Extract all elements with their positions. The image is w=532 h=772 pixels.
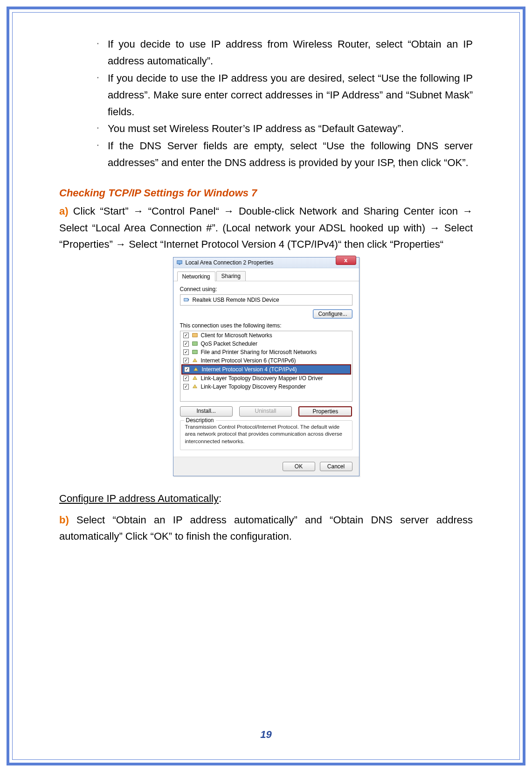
qos-icon xyxy=(192,341,198,347)
page-number: 19 xyxy=(59,729,473,741)
item-text: Link-Layer Topology Discovery Mapper I/O… xyxy=(201,375,323,382)
bullet-list: ‧ If you decide to use IP address from W… xyxy=(97,36,473,171)
bullet-icon: ‧ xyxy=(97,37,99,70)
list-item[interactable]: ✓ Link-Layer Topology Discovery Responde… xyxy=(180,383,352,391)
protocol-icon xyxy=(192,375,198,382)
uninstall-button: Uninstall xyxy=(239,406,292,417)
protocol-icon xyxy=(192,357,198,364)
list-item: ‧ If you decide to use IP address from W… xyxy=(97,36,473,70)
bullet-icon: ‧ xyxy=(97,122,99,137)
checkbox-icon[interactable]: ✓ xyxy=(183,358,189,363)
svg-rect-0 xyxy=(177,261,182,264)
client-icon xyxy=(192,332,198,339)
list-item[interactable]: ✓ QoS Packet Scheduler xyxy=(180,340,352,348)
checkbox-icon[interactable]: ✓ xyxy=(183,384,189,389)
list-item[interactable]: ✓ Link-Layer Topology Discovery Mapper I… xyxy=(180,374,352,383)
item-text: Internet Protocol Version 4 (TCP/IPv4) xyxy=(202,366,297,373)
share-icon xyxy=(192,349,198,355)
description-group: Description Transmission Control Protoco… xyxy=(180,420,352,451)
checkbox-icon[interactable]: ✓ xyxy=(184,367,190,372)
svg-rect-6 xyxy=(192,350,197,354)
list-item-selected[interactable]: ✓ Internet Protocol Version 4 (TCP/IPv4) xyxy=(181,364,351,375)
dialog-body: Connect using: Realtek USB Remote NDIS D… xyxy=(173,281,359,457)
close-button[interactable]: x xyxy=(336,256,356,265)
item-text: Link-Layer Topology Discovery Responder xyxy=(201,383,306,390)
properties-button[interactable]: Properties xyxy=(298,406,352,417)
svg-rect-1 xyxy=(179,264,180,265)
bullet-text: If you decide to use the IP address you … xyxy=(108,70,473,121)
bullet-text: If the DNS Server fields are empty, sele… xyxy=(108,138,473,172)
ok-button[interactable]: OK xyxy=(283,462,315,471)
item-text: File and Printer Sharing for Microsoft N… xyxy=(201,349,317,355)
config-auto-heading: Configure IP address Automatically: xyxy=(59,490,473,507)
list-item: ‧ If the DNS Server fields are empty, se… xyxy=(97,138,473,172)
connect-using-label: Connect using: xyxy=(180,286,352,292)
items-label: This connection uses the following items… xyxy=(180,322,352,329)
protocol-icon xyxy=(193,366,199,373)
checkbox-icon[interactable]: ✓ xyxy=(183,376,189,381)
step-b-text: Select “Obtain an IP address automatical… xyxy=(59,514,473,542)
items-list: ✓ Client for Microsoft Networks ✓ QoS Pa… xyxy=(180,331,352,402)
adapter-icon xyxy=(183,297,190,303)
page-inner-border: ‧ If you decide to use IP address from W… xyxy=(12,12,520,760)
section-heading: Checking TCP/IP Settings for Windows 7 xyxy=(59,187,473,199)
svg-rect-4 xyxy=(192,334,197,337)
checkbox-icon[interactable]: ✓ xyxy=(183,349,189,355)
svg-rect-3 xyxy=(188,299,189,300)
step-a-paragraph: a) Click “Start” → “Control Panel“ → Dou… xyxy=(59,203,473,252)
network-icon xyxy=(176,259,183,266)
configure-row: Configure... xyxy=(180,309,352,319)
checkbox-icon[interactable]: ✓ xyxy=(183,333,189,338)
tab-networking[interactable]: Networking xyxy=(177,271,215,281)
checkbox-icon[interactable]: ✓ xyxy=(183,341,189,347)
description-text: Transmission Control Protocol/Internet P… xyxy=(185,424,347,445)
step-b-label: b) xyxy=(59,514,69,526)
install-button[interactable]: Install... xyxy=(180,406,233,417)
step-b-paragraph: b) Select “Obtain an IP address automati… xyxy=(59,512,473,544)
bullet-icon: ‧ xyxy=(97,71,99,121)
bullet-text: You must set Wireless Router’s IP addres… xyxy=(108,120,404,137)
close-icon: x xyxy=(344,257,347,264)
tab-sharing[interactable]: Sharing xyxy=(216,271,246,281)
windows-dialog: Local Area Connection 2 Properties x Net… xyxy=(173,257,359,477)
item-text: QoS Packet Scheduler xyxy=(201,341,257,347)
bullet-icon: ‧ xyxy=(97,139,99,172)
item-text: Internet Protocol Version 6 (TCP/IPv6) xyxy=(201,357,296,364)
svg-rect-2 xyxy=(184,298,188,301)
configure-button[interactable]: Configure... xyxy=(313,309,352,319)
dialog-footer: OK Cancel xyxy=(173,457,359,476)
protocol-icon xyxy=(192,383,198,390)
adapter-name: Realtek USB Remote NDIS Device xyxy=(193,297,279,303)
list-item: ‧ You must set Wireless Router’s IP addr… xyxy=(97,120,473,137)
dialog-tabs: Networking Sharing xyxy=(173,268,359,281)
description-legend: Description xyxy=(184,417,216,424)
item-text: Client for Microsoft Networks xyxy=(201,332,272,339)
button-row: Install... Uninstall Properties xyxy=(180,406,352,417)
page-outer-border: ‧ If you decide to use IP address from W… xyxy=(7,7,525,765)
titlebar-left: Local Area Connection 2 Properties xyxy=(176,259,274,266)
list-item[interactable]: ✓ Internet Protocol Version 6 (TCP/IPv6) xyxy=(180,356,352,365)
bullet-text: If you decide to use IP address from Wir… xyxy=(108,36,473,70)
svg-rect-5 xyxy=(192,342,197,346)
list-item[interactable]: ✓ File and Printer Sharing for Microsoft… xyxy=(180,348,352,356)
page-content: ‧ If you decide to use IP address from W… xyxy=(59,36,473,724)
dialog-title: Local Area Connection 2 Properties xyxy=(186,259,274,266)
cancel-button[interactable]: Cancel xyxy=(320,462,352,471)
step-a-text: Click “Start” → “Control Panel“ → Double… xyxy=(59,205,473,250)
colon: : xyxy=(219,493,221,504)
step-a-label: a) xyxy=(59,205,69,217)
adapter-field: Realtek USB Remote NDIS Device xyxy=(180,294,352,306)
list-item[interactable]: ✓ Client for Microsoft Networks xyxy=(180,331,352,340)
list-item: ‧ If you decide to use the IP address yo… xyxy=(97,70,473,121)
config-auto-label: Configure IP address Automatically xyxy=(59,493,219,504)
dialog-titlebar: Local Area Connection 2 Properties x xyxy=(173,257,359,268)
